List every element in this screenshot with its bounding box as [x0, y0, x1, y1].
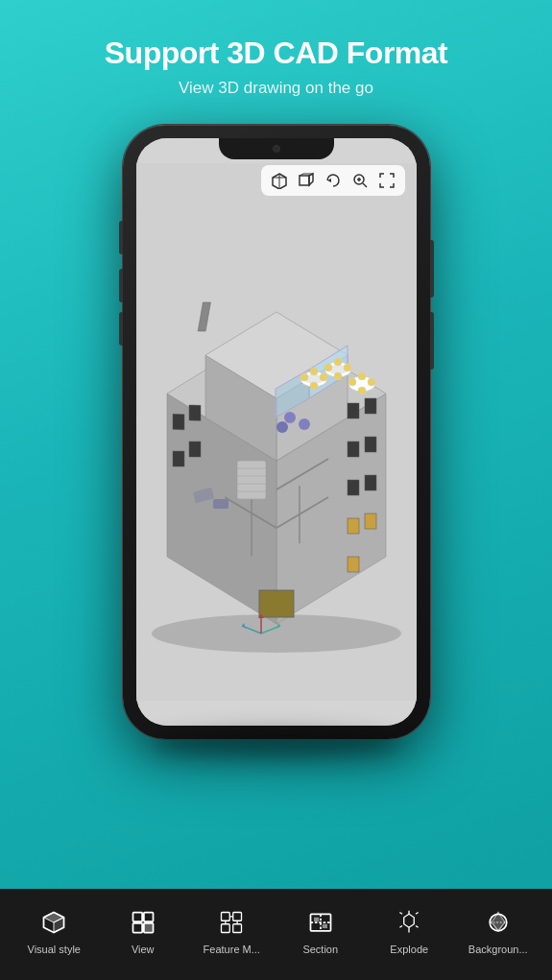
toolbar-wireframe-btn[interactable]	[296, 170, 317, 191]
svg-point-46	[300, 373, 308, 381]
svg-line-9	[363, 183, 367, 187]
background-icon	[481, 905, 516, 940]
svg-rect-92	[314, 917, 319, 920]
svg-rect-33	[173, 415, 184, 430]
svg-rect-80	[132, 922, 142, 932]
svg-point-45	[320, 373, 327, 381]
svg-point-47	[310, 382, 318, 390]
svg-point-67	[276, 421, 288, 433]
svg-rect-3	[300, 176, 309, 185]
svg-point-40	[324, 364, 332, 371]
nav-label-feature-m: Feature M...	[204, 944, 260, 955]
nav-label-explode: Explode	[390, 944, 428, 955]
svg-rect-83	[233, 912, 242, 920]
svg-rect-24	[365, 398, 376, 414]
svg-rect-93	[323, 923, 327, 927]
svg-rect-31	[348, 557, 359, 572]
header-area: Support 3D CAD Format View 3D drawing on…	[105, 0, 448, 115]
toolbar-fullscreen-btn[interactable]	[376, 170, 397, 191]
cad-view	[136, 138, 417, 726]
svg-point-52	[358, 387, 366, 394]
svg-rect-32	[189, 405, 201, 420]
svg-point-66	[299, 418, 310, 430]
nav-item-visual-style[interactable]: Visual style	[10, 905, 99, 955]
nav-item-view[interactable]: View	[99, 905, 188, 955]
visual-style-icon	[36, 905, 71, 940]
view-icon	[126, 905, 160, 940]
svg-point-65	[284, 412, 296, 423]
svg-rect-26	[365, 437, 376, 452]
svg-rect-78	[132, 912, 142, 921]
phone-camera	[273, 145, 280, 153]
svg-marker-4	[309, 174, 313, 185]
nav-item-section[interactable]: Section	[276, 905, 366, 955]
svg-rect-25	[348, 442, 359, 457]
toolbar-cube-btn[interactable]	[269, 170, 290, 191]
svg-point-50	[368, 378, 375, 386]
svg-point-38	[334, 358, 342, 366]
nav-label-background: Backgroun...	[468, 944, 528, 955]
svg-rect-29	[348, 518, 359, 534]
svg-line-97	[400, 912, 403, 914]
svg-rect-59	[213, 499, 228, 509]
svg-rect-28	[365, 475, 376, 490]
svg-rect-81	[144, 922, 154, 932]
svg-rect-27	[348, 480, 359, 495]
feature-m-icon	[214, 905, 249, 940]
svg-line-98	[416, 912, 419, 914]
svg-rect-82	[222, 912, 230, 920]
svg-line-99	[400, 925, 403, 927]
svg-point-51	[348, 378, 356, 386]
cad-toolbar	[261, 165, 405, 196]
svg-rect-30	[365, 514, 376, 529]
svg-rect-34	[189, 442, 201, 457]
phone-screen	[136, 138, 417, 726]
subtitle: View 3D drawing on the go	[105, 79, 448, 98]
svg-rect-35	[173, 451, 184, 466]
svg-rect-79	[144, 912, 154, 921]
phone-notch	[219, 138, 334, 159]
svg-point-49	[358, 372, 366, 380]
nav-item-explode[interactable]: Explode	[365, 905, 454, 955]
toolbar-rotate-btn[interactable]	[323, 170, 344, 191]
toolbar-zoom-btn[interactable]	[349, 170, 371, 191]
svg-point-39	[344, 364, 351, 371]
section-icon	[303, 905, 338, 940]
svg-rect-68	[259, 590, 294, 617]
bottom-nav: Visual style View Feature	[0, 889, 552, 980]
nav-label-view: View	[132, 944, 155, 955]
svg-rect-84	[222, 923, 230, 932]
nav-label-visual-style: Visual style	[28, 944, 81, 955]
nav-label-section: Section	[302, 944, 338, 955]
phone-glow	[152, 729, 401, 758]
svg-marker-94	[404, 914, 415, 927]
svg-rect-23	[348, 403, 359, 418]
svg-line-100	[416, 925, 419, 927]
svg-point-41	[334, 372, 342, 380]
main-title: Support 3D CAD Format	[105, 35, 448, 71]
svg-point-44	[310, 368, 318, 375]
phone-mockup	[123, 125, 430, 739]
svg-rect-60	[237, 461, 266, 499]
building-3d-view	[136, 138, 417, 726]
explode-icon	[392, 905, 426, 940]
svg-rect-88	[233, 923, 242, 932]
nav-item-background[interactable]: Backgroun...	[454, 905, 543, 955]
phone-shell	[123, 125, 430, 739]
nav-item-feature-m[interactable]: Feature M...	[187, 905, 276, 955]
